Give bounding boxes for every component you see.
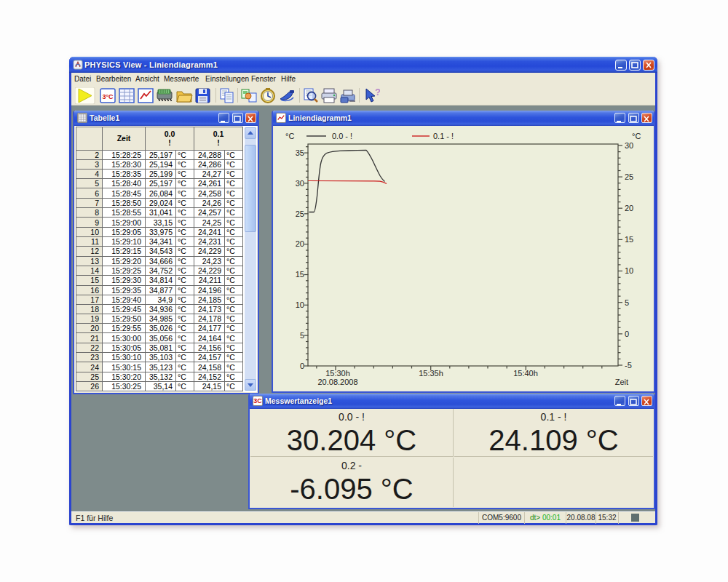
- svg-text:10: 10: [625, 266, 633, 275]
- svg-text:20: 20: [625, 204, 633, 212]
- svg-text:10: 10: [296, 300, 304, 309]
- svg-text:35: 35: [296, 148, 304, 157]
- svg-text:5: 5: [625, 298, 629, 307]
- svg-text:15: 15: [296, 270, 304, 279]
- svg-text:30: 30: [296, 179, 304, 188]
- svg-text:15:40h: 15:40h: [513, 369, 538, 378]
- svg-text:15:35h: 15:35h: [419, 369, 443, 378]
- svg-text:15:30h: 15:30h: [325, 369, 350, 378]
- svg-text:?: ?: [375, 87, 380, 97]
- svg-text:5: 5: [300, 331, 304, 340]
- svg-text:°C: °C: [632, 132, 641, 140]
- svg-text:15: 15: [625, 235, 633, 244]
- svg-text:20: 20: [296, 239, 304, 248]
- svg-text:25: 25: [625, 172, 633, 181]
- svg-text:Zeit: Zeit: [615, 378, 628, 386]
- svg-text:0: 0: [625, 330, 629, 338]
- svg-text:-5: -5: [625, 361, 632, 370]
- svg-text:20.08.2008: 20.08.2008: [317, 378, 357, 386]
- svg-text:°C: °C: [285, 132, 294, 140]
- svg-text:30: 30: [625, 141, 633, 150]
- svg-text:0.0 - !: 0.0 - !: [332, 132, 352, 140]
- svg-text:25: 25: [296, 210, 304, 218]
- svg-text:0: 0: [300, 362, 304, 370]
- svg-text:3°C: 3°C: [102, 93, 114, 100]
- svg-text:0.1 - !: 0.1 - !: [433, 132, 454, 140]
